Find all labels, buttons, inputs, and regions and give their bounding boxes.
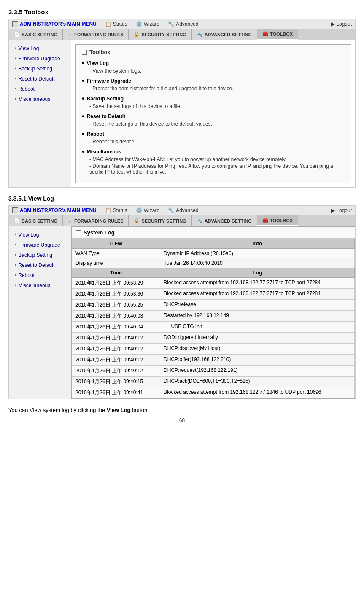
sidebar-item-firmware-upgrade-2[interactable]: Firmware Upgrade: [9, 240, 71, 250]
sidebar-item-view-log-2[interactable]: View Log: [9, 230, 71, 240]
status-label-2: Status: [113, 207, 127, 213]
log-entry-cell: Blocked access attempt from 192.168.122.…: [160, 278, 355, 289]
tab-advanced-setting-2[interactable]: 🔩 ADVANCED SETTING: [192, 215, 257, 226]
sidebar-item-backup-setting[interactable]: Backup Setting: [9, 64, 71, 74]
wizard-nav[interactable]: ⚙️ Wizard: [136, 21, 159, 27]
bottom-text-suffix: button: [131, 407, 148, 413]
tab-bar: 📄 BASIC SETTING ↔ FORWARDING RULES 🔒 SEC…: [9, 29, 355, 40]
system-log-table: ITEM Info WAN TypeDynamic IP Address (R0…: [72, 239, 355, 398]
table-row: 2010年1月26日 上午 09:40:12DHCP:offer(192.168…: [72, 355, 355, 366]
status-icon-2: 📋: [105, 207, 111, 213]
log-time-cell: 2010年1月26日 上午 09:40:15: [72, 377, 160, 387]
toolbox-item-desc-miscellaneous-2: - Domain Name or IP address for Ping Tes…: [82, 163, 345, 175]
status-nav-2[interactable]: 📋 Status: [105, 207, 127, 213]
tab-security-setting-2[interactable]: 🔒 SECURITY SETTING: [129, 215, 191, 226]
log-info-cell: Dynamic IP Address (R0.15a6): [160, 249, 355, 258]
system-log-title: System Log: [72, 227, 355, 239]
toolbox-item-reboot: Reboot - Reboot this device.: [82, 130, 345, 145]
admin-menu-icon: [12, 21, 18, 27]
sidebar-item-reset-to-default-2[interactable]: Reset to Default: [9, 260, 71, 270]
table-row: 2010年1月26日 上午 09:40:12DOD:triggered inte…: [72, 333, 355, 344]
log-time-cell: 2010年1月26日 上午 09:40:04: [72, 322, 160, 333]
toolbox-panel: Toolbox View Log - View the system logs.…: [75, 44, 351, 183]
log-entry-cell: DHCP:discover(My Host): [160, 344, 355, 355]
top-nav-viewlog: ADMINISTRATOR's MAIN MENU 📋 Status ⚙️ Wi…: [9, 206, 355, 215]
sidebar-item-view-log[interactable]: View Log: [9, 43, 71, 54]
sidebar: View Log Firmware Upgrade Backup Setting…: [9, 40, 71, 187]
sidebar-item-firmware-upgrade[interactable]: Firmware Upgrade: [9, 54, 71, 64]
admin-menu-link-2[interactable]: ADMINISTRATOR's MAIN MENU: [12, 207, 97, 213]
log-info-cell: Tue Jan 26 14:00:40 2010: [160, 258, 355, 268]
tab-forwarding-rules-2[interactable]: ↔ FORWARDING RULES: [63, 215, 129, 226]
sidebar-item-miscellaneous-2[interactable]: Miscellaneous: [9, 280, 71, 291]
toolbox-item-desc-reset-to-default: - Reset the settings of this device to t…: [82, 121, 345, 127]
toolbox-item-title-miscellaneous: Miscellaneous: [82, 148, 345, 156]
sidebar-item-miscellaneous[interactable]: Miscellaneous: [9, 94, 71, 104]
log-entry-cell: DOD:triggered internally: [160, 333, 355, 344]
toolbox-item-miscellaneous: Miscellaneous - MAC Address for Wake-on-…: [82, 148, 345, 175]
system-log-content: System Log ITEM Info WAN TypeDynamic IP …: [71, 226, 355, 399]
toolbox-title-text: Toolbox: [89, 49, 111, 55]
top-nav-toolbox: ADMINISTRATOR's MAIN MENU 📋 Status ⚙️ Wi…: [9, 19, 355, 29]
tab-basic-setting-2[interactable]: 📄 BASIC SETTING: [9, 215, 63, 226]
toolbox-item-backup-setting: Backup Setting - Save the settings of th…: [82, 95, 345, 109]
toolbox-item-title-firmware-upgrade: Firmware Upgrade: [82, 77, 345, 85]
toolbox-item-title-view-log: View Log: [82, 59, 345, 67]
page-number: 68: [8, 417, 356, 423]
section-title-viewlog: 3.3.5.1 View Log: [8, 195, 356, 202]
table-row: 2010年1月26日 上午 09:40:12DHCP:discover(My H…: [72, 344, 355, 355]
log-item-cell: Display time: [72, 258, 160, 268]
log-time-cell: 2010年1月26日 上午 09:53:29: [72, 278, 160, 289]
logout-nav-2[interactable]: ▶ Logout: [331, 207, 352, 213]
toolbox-item-desc-firmware-upgrade: - Prompt the administrator for a file an…: [82, 86, 345, 91]
router-frame-viewlog: ADMINISTRATOR's MAIN MENU 📋 Status ⚙️ Wi…: [8, 205, 356, 399]
log-time-cell: 2010年1月26日 上午 09:40:12: [72, 355, 160, 366]
logout-nav[interactable]: ▶ Logout: [331, 21, 352, 27]
table-row: 2010年1月26日 上午 09:40:12DHCP:request(192.1…: [72, 366, 355, 377]
log-col-log: Log: [160, 268, 355, 278]
tab-toolbox-2[interactable]: 🧰 TOOLBOX: [257, 215, 298, 226]
log-time-cell: 2010年1月26日 上午 09:55:25: [72, 300, 160, 311]
status-nav[interactable]: 📋 Status: [105, 21, 127, 27]
log-time-cell: 2010年1月26日 上午 09:40:12: [72, 344, 160, 355]
logout-label: Logout: [336, 21, 352, 27]
log-col-item: ITEM: [72, 239, 160, 249]
main-area-toolbox: View Log Firmware Upgrade Backup Setting…: [9, 40, 355, 187]
table-row: 2010年1月26日 上午 09:53:36Blocked access att…: [72, 289, 355, 300]
tab-basic-setting[interactable]: 📄 BASIC SETTING: [9, 29, 63, 40]
log-col-time: Time: [72, 268, 160, 278]
log-entry-cell: Restarted by 192.168.12.149: [160, 311, 355, 322]
admin-menu-label-2: ADMINISTRATOR's MAIN MENU: [20, 207, 97, 213]
log-entry-cell: DHCP:offer(192.168.122.210): [160, 355, 355, 366]
log-time-cell: 2010年1月26日 上午 09:40:03: [72, 311, 160, 322]
advanced-nav[interactable]: 🔧 Advanced: [168, 21, 198, 27]
advanced-label-2: Advanced: [176, 207, 198, 213]
advanced-nav-2[interactable]: 🔧 Advanced: [168, 207, 198, 213]
wizard-nav-2[interactable]: ⚙️ Wizard: [136, 207, 159, 213]
tab-forwarding-rules[interactable]: ↔ FORWARDING RULES: [63, 29, 129, 40]
table-row: 2010年1月26日 上午 09:40:41Blocked access att…: [72, 387, 355, 398]
log-entry-cell: DHCP:ack(DOL=600,T1=300,T2=525): [160, 377, 355, 387]
sidebar-item-backup-setting-2[interactable]: Backup Setting: [9, 250, 71, 260]
system-log-title-icon: [76, 230, 81, 235]
sidebar-item-reboot-2[interactable]: Reboot: [9, 270, 71, 280]
admin-menu-label: ADMINISTRATOR's MAIN MENU: [20, 21, 97, 27]
table-row: 2010年1月26日 上午 09:40:03Restarted by 192.1…: [72, 311, 355, 322]
tab-toolbox[interactable]: 🧰 TOOLBOX: [257, 29, 298, 40]
tab-security-setting[interactable]: 🔒 SECURITY SETTING: [129, 29, 191, 40]
section-title-toolbox: 3.3.5 Toolbox: [8, 8, 356, 16]
toolbox-item-desc-view-log: - View the system logs.: [82, 68, 345, 74]
toolbox-item-desc-miscellaneous-1: - MAC Address for Wake-on-LAN: Let you t…: [82, 156, 345, 162]
sidebar-item-reset-to-default[interactable]: Reset to Default: [9, 74, 71, 84]
log-entry-cell: DHCP:release: [160, 300, 355, 311]
log-item-cell: WAN Type: [72, 249, 160, 258]
sidebar-2: View Log Firmware Upgrade Backup Setting…: [9, 226, 71, 399]
system-log-panel: System Log ITEM Info WAN TypeDynamic IP …: [71, 226, 355, 399]
admin-menu-link[interactable]: ADMINISTRATOR's MAIN MENU: [12, 21, 97, 27]
toolbox-item-title-reset-to-default: Reset to Default: [82, 113, 345, 120]
log-entry-cell: Blocked access attempt from 192.168.122.…: [160, 387, 355, 398]
sidebar-item-reboot[interactable]: Reboot: [9, 84, 71, 94]
page-content: 3.3.5 Toolbox ADMINISTRATOR's MAIN MENU …: [0, 0, 364, 428]
table-row: WAN TypeDynamic IP Address (R0.15a6): [72, 249, 355, 258]
tab-advanced-setting[interactable]: 🔩 ADVANCED SETTING: [192, 29, 257, 40]
